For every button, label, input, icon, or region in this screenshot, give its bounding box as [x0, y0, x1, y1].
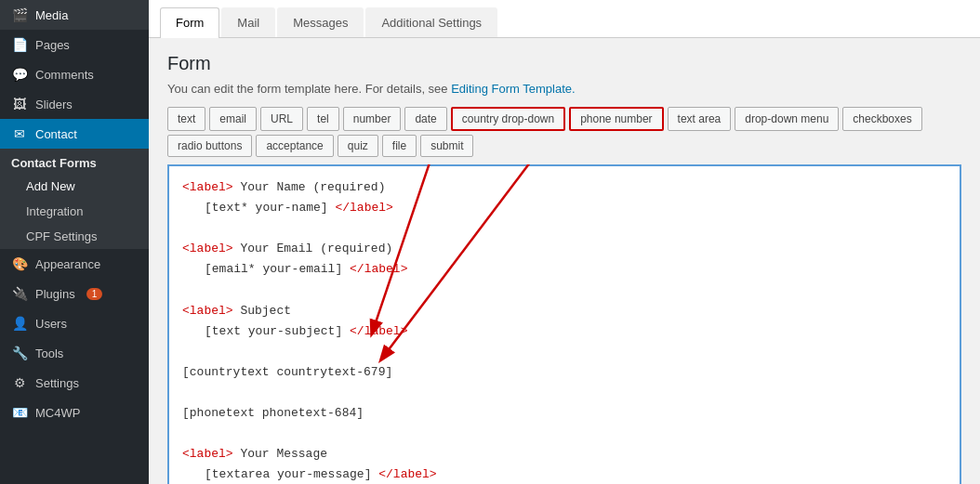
plugins-badge: 1 [86, 288, 103, 300]
code-line-blank5 [182, 424, 947, 444]
tag-btn-submit[interactable]: submit [420, 135, 473, 157]
media-icon: 🎬 [11, 7, 28, 22]
tag-btn-country-drop-down[interactable]: country drop-down [451, 107, 565, 131]
cpf-settings-label: CPF Settings [26, 229, 98, 243]
code-line-9: <label> Your Message [182, 444, 947, 464]
sidebar-item-plugins[interactable]: 🔌 Plugins 1 [0, 279, 149, 308]
code-line-1: <label> Your Name (required) [182, 177, 947, 198]
pages-icon: 📄 [11, 37, 28, 52]
sidebar-item-appearance[interactable]: 🎨 Appearance [0, 249, 149, 279]
appearance-icon: 🎨 [11, 256, 28, 271]
sidebar-item-label: Pages [35, 38, 70, 52]
submenu-header: Contact Forms [0, 149, 149, 174]
code-line-blank2 [182, 280, 947, 300]
page-title: Form [167, 53, 961, 74]
sidebar-item-pages[interactable]: 📄 Pages [0, 30, 149, 59]
sidebar-item-label: Comments [35, 68, 94, 82]
sidebar-item-sliders[interactable]: 🖼 Sliders [0, 89, 149, 119]
sidebar-item-label: Appearance [35, 257, 100, 271]
description-link[interactable]: Editing Form Template. [451, 82, 575, 96]
sidebar-item-label: Users [35, 317, 67, 331]
code-line-6: [text your-subject] </label> [182, 321, 947, 342]
code-line-4: [email* your-email] </label> [182, 259, 947, 280]
tag-btn-acceptance[interactable]: acceptance [256, 135, 333, 157]
sidebar-item-mc4wp[interactable]: 📧 MC4WP [0, 398, 149, 427]
tag-buttons-row1: text email URL tel number date country d… [167, 107, 961, 131]
code-line-blank3 [182, 342, 947, 362]
tag-btn-tel[interactable]: tel [307, 107, 339, 131]
sidebar-item-contact[interactable]: ✉ Contact [0, 119, 149, 149]
sidebar-item-users[interactable]: 👤 Users [0, 308, 149, 338]
add-new-label: Add New [26, 179, 75, 193]
code-line-7: [countrytext countrytext-679] [182, 362, 947, 383]
tag-btn-number[interactable]: number [343, 107, 402, 131]
plugins-icon: 🔌 [11, 286, 28, 301]
sliders-icon: 🖼 [11, 97, 28, 111]
tools-icon: 🔧 [11, 346, 28, 360]
sidebar-item-integration[interactable]: Integration [0, 199, 149, 224]
code-line-8: [phonetext phonetext-684] [182, 403, 947, 424]
code-line-3: <label> Your Email (required) [182, 239, 947, 259]
tag-btn-text-area[interactable]: text area [668, 107, 732, 131]
tag-btn-radio-buttons[interactable]: radio buttons [167, 135, 252, 157]
content-area: Form You can edit the form template here… [149, 38, 980, 484]
tag-btn-quiz[interactable]: quiz [338, 135, 378, 157]
tag-btn-text[interactable]: text [167, 107, 205, 131]
sidebar-item-label: Tools [35, 347, 63, 360]
sidebar-item-media[interactable]: 🎬 Media [0, 0, 149, 30]
integration-label: Integration [26, 204, 83, 218]
sidebar-item-label: Sliders [35, 98, 73, 111]
tab-additional-settings[interactable]: Additional Settings [365, 7, 497, 37]
sidebar-item-settings[interactable]: ⚙ Settings [0, 368, 149, 398]
code-line-5: <label> Subject [182, 301, 947, 321]
comments-icon: 💬 [11, 67, 28, 82]
sidebar-item-comments[interactable]: 💬 Comments [0, 59, 149, 89]
tag-btn-date[interactable]: date [404, 107, 446, 131]
tag-btn-email[interactable]: email [209, 107, 257, 131]
tab-mail[interactable]: Mail [221, 7, 275, 37]
sidebar-item-label: Contact [35, 127, 77, 141]
sidebar-item-tools[interactable]: 🔧 Tools [0, 338, 149, 368]
tab-messages[interactable]: Messages [277, 7, 364, 37]
sidebar-item-label: Settings [35, 376, 79, 390]
sidebar: 🎬 Media 📄 Pages 💬 Comments 🖼 Sliders ✉ C… [0, 0, 149, 484]
code-line-2: [text* your-name] </label> [182, 198, 947, 218]
sidebar-item-add-new[interactable]: Add New [0, 174, 149, 199]
description-text: You can edit the form template here. For… [167, 82, 448, 96]
contact-submenu: Contact Forms Add New Integration CPF Se… [0, 149, 149, 249]
tabs-bar: Form Mail Messages Additional Settings [149, 0, 980, 38]
code-line-blank4 [182, 383, 947, 403]
mc4wp-icon: 📧 [11, 405, 28, 420]
tab-form[interactable]: Form [160, 7, 219, 38]
tag-btn-phone-number[interactable]: phone number [569, 107, 663, 131]
tag-btn-drop-down-menu[interactable]: drop-down menu [735, 107, 839, 131]
sidebar-item-cpf-settings[interactable]: CPF Settings [0, 224, 149, 249]
settings-icon: ⚙ [11, 375, 28, 390]
arrows-container: <label> Your Name (required) [text* your… [167, 164, 961, 484]
code-line-10: [textarea your-message] </label> [182, 464, 947, 484]
code-editor[interactable]: <label> Your Name (required) [text* your… [167, 164, 961, 484]
contact-icon: ✉ [11, 126, 28, 141]
sidebar-item-label: MC4WP [35, 406, 80, 420]
tag-btn-url[interactable]: URL [260, 107, 303, 131]
page-description: You can edit the form template here. For… [167, 82, 961, 96]
tag-buttons-row2: radio buttons acceptance quiz file submi… [167, 135, 961, 157]
tag-btn-checkboxes[interactable]: checkboxes [842, 107, 921, 131]
code-line-blank1 [182, 218, 947, 239]
sidebar-item-label: Media [35, 8, 68, 22]
users-icon: 👤 [11, 316, 28, 331]
main-content: Form Mail Messages Additional Settings F… [149, 0, 980, 484]
sidebar-item-label: Plugins [35, 287, 75, 301]
tag-btn-file[interactable]: file [382, 135, 417, 157]
